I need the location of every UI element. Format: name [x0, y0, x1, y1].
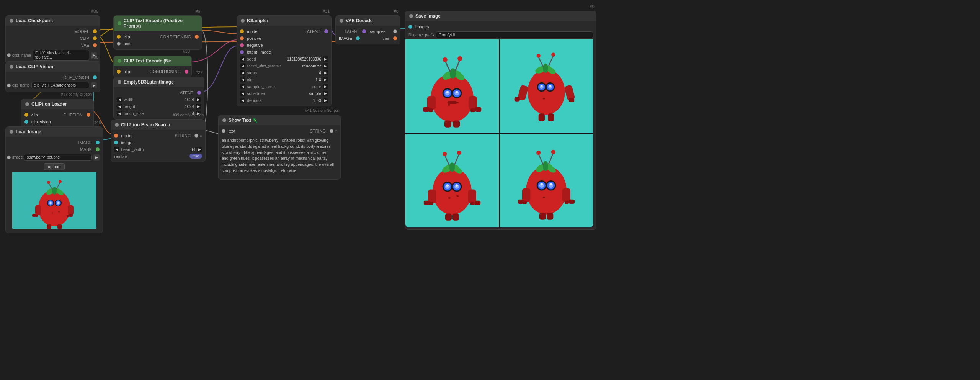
vae-label: VAE	[81, 43, 89, 48]
clip-name-next-btn[interactable]: ▶	[91, 82, 97, 88]
ks-latent-in-label: latent_image	[247, 50, 271, 54]
image-out-label: IMAGE	[78, 140, 92, 145]
ckpt-name-row[interactable]: ckpt_name FLUX1/flux1-schnell-fp8.safe..…	[6, 49, 100, 62]
width-dec-btn[interactable]: ◀	[117, 97, 122, 102]
save-image-title: Save Image	[415, 13, 441, 19]
svg-point-133	[541, 183, 543, 185]
steps-row[interactable]: ◀ steps 4 ▶	[237, 69, 331, 76]
ckpt-value[interactable]: FLUX1/flux1-schnell-fp8.safe...	[33, 50, 89, 61]
height-dec-btn[interactable]: ◀	[117, 104, 122, 109]
steps-inc-btn[interactable]: ▶	[323, 70, 328, 75]
upload-button[interactable]: upload	[44, 163, 65, 170]
svg-point-19	[47, 181, 50, 184]
sampler-label: sampler_name	[247, 84, 301, 89]
vae-port	[93, 43, 97, 47]
width-row[interactable]: ◀ width 1024 ▶	[114, 96, 204, 103]
scheduler-row[interactable]: ◀ scheduler simple ▶	[237, 90, 331, 97]
width-inc-btn[interactable]: ▶	[196, 97, 201, 102]
clip-name-row[interactable]: clip_name clip_vit_l_14.safetensors ▶	[6, 81, 100, 90]
image-out-port	[96, 141, 100, 144]
denoise-row[interactable]: ◀ denoise 1.00 ▶	[237, 97, 331, 104]
node-id-31: #31	[323, 9, 330, 13]
seed-row[interactable]: ◀ seed 1121980529193336 ▶	[237, 56, 331, 62]
beam-width-label: beam_width	[121, 147, 175, 152]
scheduler-dec-btn[interactable]: ◀	[240, 91, 245, 96]
svg-rect-145	[539, 213, 546, 219]
beam-model-label: model	[121, 133, 132, 138]
sampler-inc-btn[interactable]: ▶	[323, 84, 328, 89]
batch-dec-btn[interactable]: ◀	[117, 111, 122, 116]
beam-width-value: 64	[176, 147, 195, 152]
ks-neg-label: negative	[247, 43, 263, 48]
robot-svg-1	[405, 39, 499, 133]
seed-dec-btn[interactable]: ◀	[240, 56, 245, 62]
clip-neg-in-row: clip CONDITIONING	[114, 68, 191, 75]
svg-rect-54	[423, 107, 429, 112]
clip-neg-label: clip	[124, 69, 130, 74]
beam-width-dec-btn[interactable]: ◀	[114, 147, 119, 152]
sampler-row[interactable]: ◀ sampler_name euler ▶	[237, 83, 331, 90]
height-inc-btn[interactable]: ▶	[196, 104, 201, 109]
conditioning-out-label: CONDITIONING	[160, 34, 191, 39]
svg-point-49	[443, 57, 448, 62]
ramble-toggle[interactable]: true	[189, 154, 202, 159]
svg-point-17	[57, 202, 59, 204]
beam-width-inc-btn[interactable]: ▶	[197, 147, 202, 152]
cfg-dec-btn[interactable]: ◀	[240, 77, 245, 82]
clip-text-encode-pos-body: clip CONDITIONING text	[114, 31, 202, 49]
clip-in-label: clip	[124, 34, 130, 39]
batch-label: batch_size	[124, 111, 173, 116]
image-filename-row[interactable]: image strawberry_bot.png ▶	[6, 153, 103, 162]
save-image-node: #9 Save Image images filename_prefix	[405, 11, 596, 230]
image-next-btn[interactable]: ▶	[93, 154, 100, 161]
vae-decode-body: LATENT samples IMAGE vae	[336, 26, 400, 44]
filename-prefix-input[interactable]	[436, 31, 593, 38]
cfg-inc-btn[interactable]: ▶	[323, 77, 328, 82]
sampler-dec-btn[interactable]: ◀	[240, 84, 245, 89]
denoise-label: denoise	[247, 98, 301, 103]
height-row[interactable]: ◀ height 1024 ▶	[114, 103, 204, 110]
filename-prefix-row[interactable]: filename_prefix	[405, 30, 596, 39]
denoise-inc-btn[interactable]: ▶	[323, 98, 328, 103]
latent-in-label-vae: LATENT	[345, 29, 359, 34]
image-filename-value[interactable]: strawberry_bot.png	[24, 154, 92, 161]
control-value: randomize	[302, 64, 321, 68]
svg-rect-116	[445, 213, 452, 220]
vae-samples-port	[362, 29, 366, 33]
svg-rect-22	[35, 205, 41, 215]
svg-rect-55	[428, 108, 433, 112]
control-inc-btn[interactable]: ▶	[323, 63, 328, 69]
conditioning-out-port	[195, 35, 199, 39]
cfg-row[interactable]: ◀ cfg 1.0 ▶	[237, 76, 331, 83]
clip-in-port	[117, 35, 121, 39]
text-in-row: text	[114, 40, 202, 47]
node-id-33: #33	[183, 49, 190, 54]
vae-image-out-label: IMAGE	[339, 36, 352, 41]
ramble-row[interactable]: ramble true	[111, 153, 205, 159]
image-output-row: IMAGE	[6, 139, 103, 146]
cliption-vision-input: clip_vision	[21, 118, 93, 125]
empty-latent-title: EmptySD3LatentImage	[124, 79, 174, 85]
latent-out-port	[197, 91, 201, 95]
control-row[interactable]: ◀ control_after_generate randomize ▶	[237, 62, 331, 69]
steps-dec-btn[interactable]: ◀	[240, 70, 245, 75]
control-dec-btn[interactable]: ◀	[240, 63, 245, 69]
vae-decode-title: VAE Decode	[346, 18, 372, 23]
cliption-clip-input: clip CLIPTION	[21, 111, 93, 118]
denoise-dec-btn[interactable]: ◀	[240, 98, 245, 103]
svg-point-51	[457, 56, 462, 61]
svg-rect-112	[424, 201, 430, 205]
svg-rect-142	[523, 201, 527, 204]
cliption-beam-header: CLIPtion Beam Search	[111, 120, 205, 130]
clip-text-encode-pos-title: CLIP Text Encode (Positive Prompt)	[124, 18, 198, 29]
cliption-vision-in-port	[24, 120, 28, 124]
seed-inc-btn[interactable]: ▶	[323, 56, 328, 62]
model-port	[93, 29, 97, 33]
svg-rect-113	[429, 202, 433, 205]
ckpt-port-left	[7, 53, 11, 57]
clip-name-value[interactable]: clip_vit_l_14.safetensors	[31, 82, 89, 88]
svg-point-122	[543, 197, 545, 198]
beam-width-row[interactable]: ◀ beam_width 64 ▶	[111, 146, 205, 153]
scheduler-inc-btn[interactable]: ▶	[323, 91, 328, 96]
load-clip-vision-node: #38 Load CLIP Vision CLIP_VISION clip_na…	[5, 61, 100, 92]
